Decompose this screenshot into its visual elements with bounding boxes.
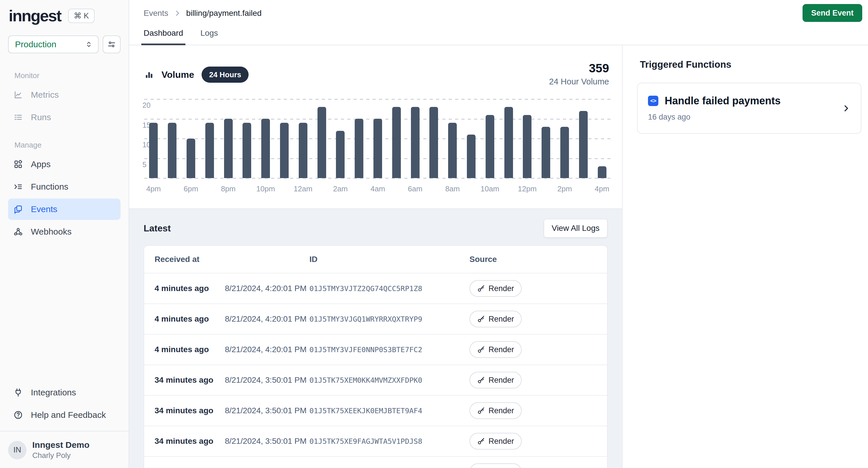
environment-selector[interactable]: Production — [8, 35, 99, 53]
volume-bar-9am-17 — [467, 135, 475, 178]
environment-row: Production — [8, 35, 121, 53]
event-row[interactable]: 44 minutes ago 8/21/2024, 3:40:01 PM 01J… — [144, 456, 607, 468]
key-icon — [477, 285, 485, 293]
chevron-right-icon — [174, 9, 181, 17]
logo-row: inngest ⌘ K — [0, 0, 129, 25]
events-icon — [13, 204, 23, 214]
event-row[interactable]: 4 minutes ago 8/21/2024, 4:20:01 PM 01J5… — [144, 273, 607, 303]
breadcrumb: Events billing/payment.failed — [144, 9, 261, 18]
chart-x-axis: 4pm6pm8pm10pm12am2am4am6am8am10am12pm2pm… — [144, 182, 611, 195]
volume-bar-1pm-21 — [541, 127, 550, 178]
table-header: Received at ID Source — [144, 246, 607, 273]
sidebar-item-help[interactable]: Help and Feedback — [8, 404, 121, 426]
breadcrumb-event-name: billing/payment.failed — [186, 9, 262, 18]
event-timestamp: 8/21/2024, 3:50:01 PM — [225, 437, 307, 446]
function-last-triggered: 16 days ago — [648, 113, 835, 122]
event-source-button[interactable]: Render — [469, 433, 522, 449]
sidebar-item-webhooks[interactable]: Webhooks — [8, 221, 121, 242]
event-relative-time: 34 minutes ago — [155, 406, 213, 415]
volume-bar-8pm-4 — [224, 119, 233, 178]
column-received-at: Received at — [155, 255, 309, 264]
volume-bar-4am-12 — [373, 119, 382, 178]
sidebar-item-integrations[interactable]: Integrations — [8, 382, 121, 403]
breadcrumb-events-link[interactable]: Events — [144, 9, 168, 18]
sidebar-item-functions[interactable]: Functions — [8, 176, 121, 197]
volume-bar-2am-10 — [336, 131, 345, 178]
runs-icon — [13, 112, 23, 123]
x-axis-tick-label: 4am — [371, 185, 385, 193]
x-axis-tick-label: 4pm — [146, 185, 161, 193]
sidebar-item-metrics[interactable]: Metrics — [8, 84, 121, 105]
sidebar-item-label: Apps — [31, 159, 51, 169]
inngest-dashboard: inngest ⌘ K Production Monitor Metrics R… — [0, 0, 868, 468]
latest-title: Latest — [144, 223, 171, 234]
event-source-button[interactable]: Render — [469, 402, 522, 419]
sidebar-item-label: Events — [31, 204, 57, 214]
event-id: 01J5TK75XE9FAGJWTA5V1PDJS8 — [309, 437, 469, 445]
tab-logs[interactable]: Logs — [198, 29, 220, 45]
event-id: 01J5TK75XEEKJK0EMJBTET9AF4 — [309, 407, 469, 415]
x-axis-tick-label: 10am — [480, 185, 499, 193]
event-source-label: Render — [489, 406, 514, 415]
event-relative-time: 4 minutes ago — [155, 345, 209, 354]
event-row[interactable]: 4 minutes ago 8/21/2024, 4:20:01 PM 01J5… — [144, 334, 607, 365]
x-axis-tick-label: 2am — [333, 185, 348, 193]
volume-bar-11pm-7 — [280, 123, 289, 178]
event-source-button[interactable]: Render — [469, 463, 522, 468]
command-k-label: ⌘ K — [74, 11, 89, 21]
event-row[interactable]: 34 minutes ago 8/21/2024, 3:50:01 PM 01J… — [144, 426, 607, 456]
sidebar-footer: Integrations Help and Feedback IN Innges… — [0, 381, 129, 468]
event-source-button[interactable]: Render — [469, 372, 522, 389]
events-table: Received at ID Source 4 minutes ago 8/21… — [144, 245, 608, 468]
volume-bar-12am-8 — [299, 123, 307, 178]
key-icon — [477, 345, 485, 354]
sliders-icon — [107, 40, 116, 49]
view-all-logs-button[interactable]: View All Logs — [544, 219, 608, 238]
user-menu[interactable]: IN Inngest Demo Charly Poly — [0, 437, 129, 463]
volume-title: Volume — [161, 69, 194, 80]
range-badge[interactable]: 24 Hours — [202, 67, 249, 83]
volume-section: Volume 24 Hours 359 24 Hour Volume 51015… — [129, 45, 622, 208]
nav-section-label: Monitor — [14, 71, 129, 80]
event-relative-time: 4 minutes ago — [155, 284, 209, 293]
sidebar-item-events[interactable]: Events — [8, 199, 121, 220]
volume-bar-7pm-3 — [205, 123, 214, 178]
volume-bar-3pm-23 — [579, 111, 588, 178]
volume-bar-9pm-5 — [243, 123, 251, 178]
x-axis-tick-label: 10pm — [256, 185, 275, 193]
event-row[interactable]: 4 minutes ago 8/21/2024, 4:20:01 PM 01J5… — [144, 303, 607, 334]
volume-bar-chart: 5101520 — [144, 99, 611, 178]
event-source-button[interactable]: Render — [469, 280, 522, 297]
tab-bar: DashboardLogs — [141, 29, 220, 45]
sidebar-item-runs[interactable]: Runs — [8, 107, 121, 128]
volume-total: 359 — [549, 61, 609, 75]
event-source-button[interactable]: Render — [469, 311, 522, 327]
environment-settings-button[interactable] — [103, 35, 121, 53]
x-axis-tick-label: 12pm — [518, 185, 537, 193]
triggered-function-card[interactable]: <> Handle failed payments 16 days ago — [637, 83, 861, 134]
volume-bar-5pm-1 — [168, 123, 177, 178]
volume-bar-10am-18 — [486, 115, 494, 178]
triggered-functions-title: Triggered Functions — [640, 59, 860, 70]
column-source: Source — [469, 255, 597, 264]
triggered-functions-panel: Triggered Functions <> Handle failed pay… — [622, 45, 868, 468]
tab-dashboard[interactable]: Dashboard — [141, 29, 185, 45]
event-relative-time: 34 minutes ago — [155, 437, 213, 446]
send-event-button[interactable]: Send Event — [803, 4, 862, 22]
event-row[interactable]: 34 minutes ago 8/21/2024, 3:50:01 PM 01J… — [144, 365, 607, 395]
volume-bar-8am-16 — [448, 123, 457, 178]
volume-bar-11am-19 — [504, 107, 513, 178]
sidebar: inngest ⌘ K Production Monitor Metrics R… — [0, 0, 129, 468]
functions-icon — [13, 181, 23, 192]
event-row[interactable]: 34 minutes ago 8/21/2024, 3:50:01 PM 01J… — [144, 395, 607, 426]
volume-bar-7am-15 — [429, 107, 438, 178]
event-id: 01J5TMY3VJGQ1WRYRRXQXTRYP9 — [309, 315, 469, 323]
volume-bar-4pm-24 — [598, 166, 607, 178]
event-source-label: Render — [489, 315, 514, 324]
sidebar-item-apps[interactable]: Apps — [8, 154, 121, 175]
event-source-button[interactable]: Render — [469, 341, 522, 358]
command-k-shortcut-badge[interactable]: ⌘ K — [68, 9, 95, 23]
sidebar-item-label: Runs — [31, 112, 51, 122]
event-relative-time: 4 minutes ago — [155, 314, 209, 324]
nav-section-label: Manage — [14, 141, 129, 149]
